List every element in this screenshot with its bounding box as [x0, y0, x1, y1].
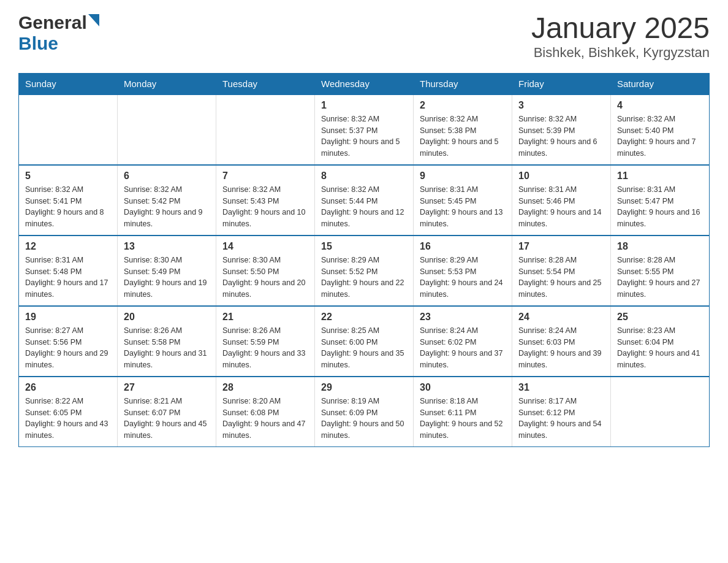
day-number: 25 [617, 312, 703, 323]
calendar-day-cell: 15Sunrise: 8:29 AMSunset: 5:52 PMDayligh… [315, 236, 414, 306]
calendar-week-row: 12Sunrise: 8:31 AMSunset: 5:48 PMDayligh… [19, 236, 710, 306]
day-number: 30 [420, 382, 506, 393]
day-info: Sunrise: 8:25 AMSunset: 6:00 PMDaylight:… [321, 325, 407, 371]
svg-marker-0 [88, 14, 99, 26]
logo-arrow-icon [88, 14, 99, 29]
day-info: Sunrise: 8:32 AMSunset: 5:44 PMDaylight:… [321, 184, 407, 230]
calendar-day-cell: 22Sunrise: 8:25 AMSunset: 6:00 PMDayligh… [315, 306, 414, 377]
calendar-day-cell [118, 94, 216, 165]
day-of-week-header: Wednesday [315, 73, 414, 94]
day-number: 11 [617, 170, 703, 182]
day-number: 1 [321, 100, 407, 111]
day-info: Sunrise: 8:22 AMSunset: 6:05 PMDaylight:… [25, 396, 111, 442]
day-info: Sunrise: 8:27 AMSunset: 5:56 PMDaylight:… [25, 325, 111, 371]
day-info: Sunrise: 8:28 AMSunset: 5:55 PMDaylight:… [617, 255, 703, 301]
calendar-day-cell [19, 94, 118, 165]
day-number: 17 [518, 241, 604, 252]
title-section: January 2025 Bishkek, Bishkek, Kyrgyzsta… [531, 12, 710, 61]
day-info: Sunrise: 8:30 AMSunset: 5:49 PMDaylight:… [124, 255, 210, 301]
page-header: General Blue January 2025 Bishkek, Bishk… [18, 12, 710, 61]
day-info: Sunrise: 8:17 AMSunset: 6:12 PMDaylight:… [518, 396, 604, 442]
calendar-day-cell: 10Sunrise: 8:31 AMSunset: 5:46 PMDayligh… [512, 165, 611, 236]
day-number: 26 [25, 382, 111, 393]
calendar-week-row: 19Sunrise: 8:27 AMSunset: 5:56 PMDayligh… [19, 306, 710, 377]
day-info: Sunrise: 8:32 AMSunset: 5:42 PMDaylight:… [124, 184, 210, 230]
day-number: 6 [124, 170, 210, 182]
calendar-day-cell: 1Sunrise: 8:32 AMSunset: 5:37 PMDaylight… [315, 94, 414, 165]
day-info: Sunrise: 8:31 AMSunset: 5:47 PMDaylight:… [617, 184, 703, 230]
calendar-day-cell: 30Sunrise: 8:18 AMSunset: 6:11 PMDayligh… [414, 377, 512, 447]
day-info: Sunrise: 8:24 AMSunset: 6:02 PMDaylight:… [420, 325, 506, 371]
calendar-day-cell: 5Sunrise: 8:32 AMSunset: 5:41 PMDaylight… [19, 165, 118, 236]
day-number: 5 [25, 170, 111, 182]
day-info: Sunrise: 8:20 AMSunset: 6:08 PMDaylight:… [222, 396, 308, 442]
day-number: 8 [321, 170, 407, 182]
day-number: 2 [420, 100, 506, 111]
calendar-day-cell: 4Sunrise: 8:32 AMSunset: 5:40 PMDaylight… [611, 94, 710, 165]
day-info: Sunrise: 8:23 AMSunset: 6:04 PMDaylight:… [617, 325, 703, 371]
location-text: Bishkek, Bishkek, Kyrgyzstan [531, 45, 710, 61]
day-number: 14 [222, 241, 308, 252]
day-info: Sunrise: 8:18 AMSunset: 6:11 PMDaylight:… [420, 396, 506, 442]
day-number: 18 [617, 241, 703, 252]
day-number: 24 [518, 312, 604, 323]
day-number: 29 [321, 382, 407, 393]
day-of-week-header: Saturday [611, 73, 710, 94]
logo: General Blue [18, 12, 99, 54]
calendar-day-cell: 17Sunrise: 8:28 AMSunset: 5:54 PMDayligh… [512, 236, 611, 306]
day-number: 7 [222, 170, 308, 182]
day-number: 12 [25, 241, 111, 252]
calendar-day-cell: 6Sunrise: 8:32 AMSunset: 5:42 PMDaylight… [118, 165, 216, 236]
day-of-week-header: Sunday [19, 73, 118, 94]
calendar-week-row: 26Sunrise: 8:22 AMSunset: 6:05 PMDayligh… [19, 377, 710, 447]
day-info: Sunrise: 8:26 AMSunset: 5:58 PMDaylight:… [124, 325, 210, 371]
day-number: 9 [420, 170, 506, 182]
day-info: Sunrise: 8:24 AMSunset: 6:03 PMDaylight:… [518, 325, 604, 371]
day-number: 3 [518, 100, 604, 111]
calendar-week-row: 1Sunrise: 8:32 AMSunset: 5:37 PMDaylight… [19, 94, 710, 165]
calendar-day-cell: 14Sunrise: 8:30 AMSunset: 5:50 PMDayligh… [216, 236, 315, 306]
calendar-day-cell [611, 377, 710, 447]
day-number: 19 [25, 312, 111, 323]
calendar-day-cell: 29Sunrise: 8:19 AMSunset: 6:09 PMDayligh… [315, 377, 414, 447]
calendar-day-cell: 12Sunrise: 8:31 AMSunset: 5:48 PMDayligh… [19, 236, 118, 306]
day-number: 15 [321, 241, 407, 252]
calendar-header-row: SundayMondayTuesdayWednesdayThursdayFrid… [19, 73, 710, 94]
calendar-day-cell: 2Sunrise: 8:32 AMSunset: 5:38 PMDaylight… [414, 94, 512, 165]
calendar-day-cell: 21Sunrise: 8:26 AMSunset: 5:59 PMDayligh… [216, 306, 315, 377]
day-number: 10 [518, 170, 604, 182]
day-info: Sunrise: 8:29 AMSunset: 5:53 PMDaylight:… [420, 255, 506, 301]
calendar-day-cell: 23Sunrise: 8:24 AMSunset: 6:02 PMDayligh… [414, 306, 512, 377]
day-info: Sunrise: 8:30 AMSunset: 5:50 PMDaylight:… [222, 255, 308, 301]
day-info: Sunrise: 8:31 AMSunset: 5:48 PMDaylight:… [25, 255, 111, 301]
day-info: Sunrise: 8:26 AMSunset: 5:59 PMDaylight:… [222, 325, 308, 371]
day-info: Sunrise: 8:32 AMSunset: 5:41 PMDaylight:… [25, 184, 111, 230]
calendar-day-cell: 26Sunrise: 8:22 AMSunset: 6:05 PMDayligh… [19, 377, 118, 447]
calendar-day-cell: 24Sunrise: 8:24 AMSunset: 6:03 PMDayligh… [512, 306, 611, 377]
calendar-day-cell: 28Sunrise: 8:20 AMSunset: 6:08 PMDayligh… [216, 377, 315, 447]
day-of-week-header: Tuesday [216, 73, 315, 94]
day-info: Sunrise: 8:32 AMSunset: 5:43 PMDaylight:… [222, 184, 308, 230]
calendar-day-cell [216, 94, 315, 165]
day-number: 20 [124, 312, 210, 323]
day-of-week-header: Monday [118, 73, 216, 94]
calendar-day-cell: 27Sunrise: 8:21 AMSunset: 6:07 PMDayligh… [118, 377, 216, 447]
calendar-day-cell: 31Sunrise: 8:17 AMSunset: 6:12 PMDayligh… [512, 377, 611, 447]
calendar-day-cell: 3Sunrise: 8:32 AMSunset: 5:39 PMDaylight… [512, 94, 611, 165]
day-info: Sunrise: 8:32 AMSunset: 5:37 PMDaylight:… [321, 113, 407, 159]
day-info: Sunrise: 8:21 AMSunset: 6:07 PMDaylight:… [124, 396, 210, 442]
calendar-day-cell: 8Sunrise: 8:32 AMSunset: 5:44 PMDaylight… [315, 165, 414, 236]
calendar-day-cell: 13Sunrise: 8:30 AMSunset: 5:49 PMDayligh… [118, 236, 216, 306]
day-info: Sunrise: 8:32 AMSunset: 5:38 PMDaylight:… [420, 113, 506, 159]
day-of-week-header: Friday [512, 73, 611, 94]
day-number: 13 [124, 241, 210, 252]
calendar-week-row: 5Sunrise: 8:32 AMSunset: 5:41 PMDaylight… [19, 165, 710, 236]
day-number: 31 [518, 382, 604, 393]
day-info: Sunrise: 8:19 AMSunset: 6:09 PMDaylight:… [321, 396, 407, 442]
day-info: Sunrise: 8:32 AMSunset: 5:40 PMDaylight:… [617, 113, 703, 159]
day-number: 28 [222, 382, 308, 393]
day-info: Sunrise: 8:31 AMSunset: 5:45 PMDaylight:… [420, 184, 506, 230]
day-info: Sunrise: 8:29 AMSunset: 5:52 PMDaylight:… [321, 255, 407, 301]
day-number: 22 [321, 312, 407, 323]
month-title: January 2025 [531, 12, 710, 45]
